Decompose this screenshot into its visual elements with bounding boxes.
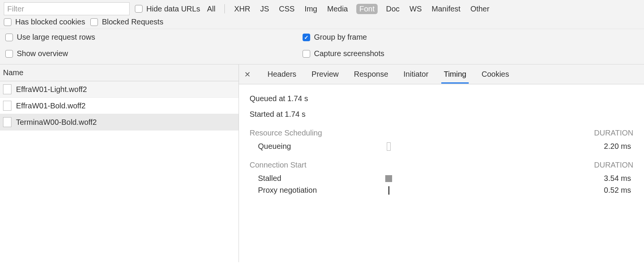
checkbox-icon [5, 34, 13, 41]
type-filter-ws[interactable]: WS [408, 4, 423, 14]
type-filter-img[interactable]: Img [303, 4, 319, 14]
separator [224, 4, 225, 13]
has-blocked-cookies-label: Has blocked cookies [15, 18, 85, 26]
tab-headers[interactable]: Headers [267, 65, 297, 83]
tab-preview[interactable]: Preview [311, 65, 340, 83]
request-name: EffraW01-Light.woff2 [16, 85, 87, 94]
checkbox-icon [5, 50, 13, 58]
main-area: Name EffraW01-Light.woff2 EffraW01-Bold.… [0, 64, 644, 262]
blocked-requests-label: Blocked Requests [102, 18, 163, 26]
options-row: Use large request rows Group by frame Sh… [0, 29, 644, 64]
tab-response[interactable]: Response [353, 65, 389, 83]
proxy-value: 0.52 ms [406, 186, 633, 195]
tab-timing[interactable]: Timing [443, 65, 467, 83]
file-icon [3, 101, 11, 111]
resource-scheduling-header: Resource Scheduling DURATION [250, 129, 633, 137]
started-at-text: Started at 1.74 s [250, 110, 633, 119]
name-column-header[interactable]: Name [0, 64, 239, 81]
file-icon [3, 84, 11, 94]
hide-data-urls-checkbox[interactable]: Hide data URLs [135, 5, 200, 13]
detail-panel: ✕ Headers Preview Response Initiator Tim… [239, 64, 644, 262]
checkbox-icon [135, 5, 143, 13]
request-row[interactable]: TerminaW00-Bold.woff2 [0, 114, 239, 131]
tab-cookies[interactable]: Cookies [481, 65, 510, 83]
tab-initiator[interactable]: Initiator [403, 65, 429, 83]
stalled-bar [372, 175, 406, 182]
file-icon [3, 117, 11, 127]
type-filter-font[interactable]: Font [356, 4, 378, 14]
stalled-value: 3.54 ms [406, 174, 633, 183]
proxy-label: Proxy negotiation [250, 186, 372, 195]
filter-row: Hide data URLs All XHR JS CSS Img Media … [0, 0, 644, 18]
blocked-requests-checkbox[interactable]: Blocked Requests [90, 18, 163, 26]
checkbox-icon [303, 50, 310, 58]
type-filter-group: All XHR JS CSS Img Media Font Doc WS Man… [205, 4, 491, 14]
queueing-bar [372, 142, 406, 151]
stalled-row: Stalled 3.54 ms [250, 174, 633, 183]
capture-screenshots-checkbox[interactable]: Capture screenshots [303, 49, 640, 58]
request-name: EffraW01-Bold.woff2 [16, 102, 86, 110]
queued-at-text: Queued at 1.74 s [250, 94, 633, 103]
resource-scheduling-label: Resource Scheduling [250, 129, 322, 137]
request-name: TerminaW00-Bold.woff2 [16, 118, 97, 127]
capture-screenshots-label: Capture screenshots [314, 49, 384, 58]
duration-label: DURATION [594, 129, 633, 137]
detail-tabs: ✕ Headers Preview Response Initiator Tim… [239, 64, 644, 84]
proxy-bar [372, 186, 406, 195]
filter-input[interactable] [4, 2, 130, 15]
checkbox-icon [303, 34, 310, 41]
proxy-row: Proxy negotiation 0.52 ms [250, 186, 633, 195]
blocked-row: Has blocked cookies Blocked Requests [0, 18, 644, 29]
has-blocked-cookies-checkbox[interactable]: Has blocked cookies [4, 18, 85, 26]
queueing-label: Queueing [250, 142, 372, 151]
type-filter-manifest[interactable]: Manifest [430, 4, 462, 14]
request-row[interactable]: EffraW01-Light.woff2 [0, 81, 239, 98]
request-list: EffraW01-Light.woff2 EffraW01-Bold.woff2… [0, 81, 239, 262]
type-filter-other[interactable]: Other [469, 4, 491, 14]
use-large-rows-label: Use large request rows [17, 33, 95, 42]
duration-label: DURATION [594, 161, 633, 169]
queueing-row: Queueing 2.20 ms [250, 142, 633, 151]
type-filter-doc[interactable]: Doc [384, 4, 401, 14]
timing-detail: Queued at 1.74 s Started at 1.74 s Resou… [239, 84, 644, 262]
hide-data-urls-label: Hide data URLs [146, 5, 200, 13]
checkbox-icon [90, 18, 98, 26]
close-icon[interactable]: ✕ [242, 68, 253, 81]
group-by-frame-label: Group by frame [314, 33, 367, 42]
type-filter-js[interactable]: JS [259, 4, 271, 14]
request-list-panel: Name EffraW01-Light.woff2 EffraW01-Bold.… [0, 64, 239, 262]
queueing-value: 2.20 ms [406, 142, 633, 151]
show-overview-checkbox[interactable]: Show overview [5, 49, 303, 58]
checkbox-icon [4, 18, 11, 26]
type-filter-css[interactable]: CSS [277, 4, 296, 14]
type-filter-xhr[interactable]: XHR [232, 4, 252, 14]
type-filter-all[interactable]: All [205, 4, 217, 14]
type-filter-media[interactable]: Media [325, 4, 349, 14]
request-row[interactable]: EffraW01-Bold.woff2 [0, 98, 239, 114]
use-large-rows-checkbox[interactable]: Use large request rows [5, 33, 303, 42]
group-by-frame-checkbox[interactable]: Group by frame [303, 33, 640, 42]
network-toolbar: Hide data URLs All XHR JS CSS Img Media … [0, 0, 644, 64]
show-overview-label: Show overview [17, 49, 68, 58]
stalled-label: Stalled [250, 174, 372, 183]
connection-start-header: Connection Start DURATION [250, 161, 633, 169]
connection-start-label: Connection Start [250, 161, 306, 169]
